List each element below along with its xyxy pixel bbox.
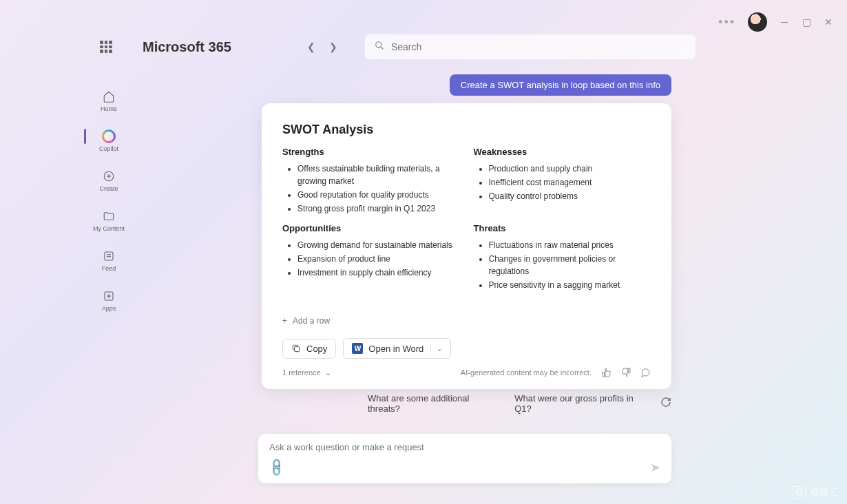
feed-icon	[101, 249, 116, 264]
list-item: Inefficient cost management	[489, 176, 651, 189]
list-item: Price sensitivity in a sagging market	[489, 279, 651, 291]
swot-grid: Strengths Offers sustainable building ma…	[282, 147, 651, 300]
svg-rect-11	[295, 347, 300, 352]
sidebar-item-label: My Content	[93, 225, 125, 232]
copy-label: Copy	[306, 344, 327, 354]
search-box[interactable]	[365, 34, 696, 59]
svg-point-0	[376, 42, 381, 48]
add-row-button[interactable]: + Add a row	[282, 316, 651, 326]
card-footer: 1 reference ⌄ AI-generated content may b…	[282, 367, 651, 378]
list-item: Quality control problems	[489, 190, 651, 202]
nav-arrows: ❮ ❯	[303, 39, 342, 55]
list-item: Expansion of product line	[297, 253, 460, 265]
sidebar-item-copilot[interactable]: Copilot	[90, 126, 128, 155]
list-item: Offers sustainable building materials, a…	[297, 162, 460, 187]
open-word-label: Open in Word	[368, 344, 424, 354]
sidebar-item-apps[interactable]: Apps	[90, 286, 128, 315]
sidebar: Home Copilot Create My Content Feed Apps	[90, 86, 128, 315]
open-in-word-button[interactable]: W Open in Word ⌄	[343, 338, 451, 359]
swot-weaknesses: Weaknesses Production and supply chain I…	[474, 147, 651, 216]
suggestion-row: What are some additional threats? What w…	[365, 389, 671, 418]
add-row-label: Add a row	[293, 316, 330, 326]
app-header: Microsoft 365 ❮ ❯	[100, 34, 806, 59]
search-input[interactable]	[391, 41, 686, 52]
app-launcher-icon[interactable]	[100, 41, 112, 53]
suggestion-chip[interactable]: What are some additional threats?	[365, 389, 498, 418]
references-link[interactable]: 1 reference ⌄	[282, 368, 331, 377]
swot-heading: Threats	[474, 223, 651, 233]
chevron-down-icon: ⌄	[325, 368, 331, 377]
sidebar-item-mycontent[interactable]: My Content	[90, 206, 128, 235]
window-titlebar: ••• ─ ▢ ✕	[718, 12, 833, 32]
create-icon	[101, 169, 116, 184]
swot-opportunities: Opportunities Growing demand for sustain…	[282, 223, 460, 293]
search-icon	[375, 41, 384, 53]
plus-icon: +	[282, 316, 287, 326]
sidebar-item-home[interactable]: Home	[90, 86, 128, 115]
user-message: Create a SWOT analysis in loop based on …	[450, 74, 671, 96]
disclaimer-text: AI-generated content may be incorrect.	[461, 368, 592, 377]
attach-icon[interactable]: 🔗	[266, 456, 287, 478]
sidebar-item-create[interactable]: Create	[90, 166, 128, 195]
send-icon[interactable]: ➤	[650, 460, 660, 475]
maximize-button[interactable]: ▢	[802, 17, 811, 27]
list-item: Investment in supply chain efficiency	[297, 266, 460, 279]
refresh-icon[interactable]	[660, 397, 671, 410]
list-item: Strong gross profit margin in Q1 2023	[297, 202, 460, 215]
home-icon	[101, 89, 116, 104]
svg-rect-5	[105, 252, 113, 260]
swot-strengths: Strengths Offers sustainable building ma…	[282, 147, 460, 216]
sidebar-item-label: Feed	[102, 265, 116, 272]
word-icon: W	[352, 343, 363, 354]
more-icon[interactable]: •••	[718, 15, 735, 30]
swot-heading: Opportunities	[282, 223, 460, 233]
list-item: Good reputation for quality products	[297, 189, 460, 201]
minimize-button[interactable]: ─	[780, 17, 789, 27]
thumbs-up-icon[interactable]	[601, 367, 612, 378]
list-item: Changes in government policies or regula…	[489, 253, 651, 277]
sidebar-item-label: Copilot	[99, 145, 118, 152]
sidebar-item-label: Apps	[102, 305, 116, 312]
compose-input[interactable]	[269, 442, 660, 452]
copilot-icon	[101, 129, 116, 144]
sidebar-item-label: Create	[99, 185, 118, 192]
comment-icon[interactable]	[640, 367, 651, 378]
swot-list: Growing demand for sustainable materials…	[282, 239, 460, 279]
swot-list: Offers sustainable building materials, a…	[282, 162, 460, 215]
swot-title: SWOT Analysis	[282, 123, 651, 137]
swot-heading: Weaknesses	[474, 147, 651, 157]
swot-heading: Strengths	[282, 147, 460, 157]
app-title: Microsoft 365	[143, 39, 231, 55]
card-toolbar: Copy W Open in Word ⌄	[282, 338, 651, 359]
copy-icon	[291, 344, 301, 353]
avatar[interactable]	[748, 12, 767, 32]
copy-button[interactable]: Copy	[282, 339, 336, 359]
response-card: SWOT Analysis Strengths Offers sustainab…	[262, 103, 671, 389]
back-button[interactable]: ❮	[303, 39, 320, 55]
thumbs-down-icon[interactable]	[620, 367, 631, 378]
swot-threats: Threats Fluctuations in raw material pri…	[474, 223, 651, 293]
list-item: Production and supply chain	[489, 162, 651, 175]
references-label: 1 reference	[282, 368, 321, 377]
watermark: G 格隆汇	[793, 486, 839, 498]
forward-button[interactable]: ❯	[325, 39, 342, 55]
sidebar-item-label: Home	[101, 105, 117, 112]
chevron-down-icon[interactable]: ⌄	[430, 345, 442, 353]
apps-icon	[101, 288, 116, 304]
folder-icon	[101, 209, 116, 224]
swot-list: Production and supply chain Inefficient …	[474, 162, 651, 202]
suggestion-chip[interactable]: What were our gross profits in Q1?	[512, 389, 647, 418]
sidebar-item-feed[interactable]: Feed	[90, 246, 128, 275]
svg-line-1	[381, 47, 384, 50]
list-item: Fluctuations in raw material prices	[489, 239, 651, 251]
compose-box[interactable]: 🔗 ➤	[258, 434, 671, 483]
list-item: Growing demand for sustainable materials	[297, 239, 460, 251]
close-button[interactable]: ✕	[824, 17, 833, 27]
swot-list: Fluctuations in raw material prices Chan…	[474, 239, 651, 291]
